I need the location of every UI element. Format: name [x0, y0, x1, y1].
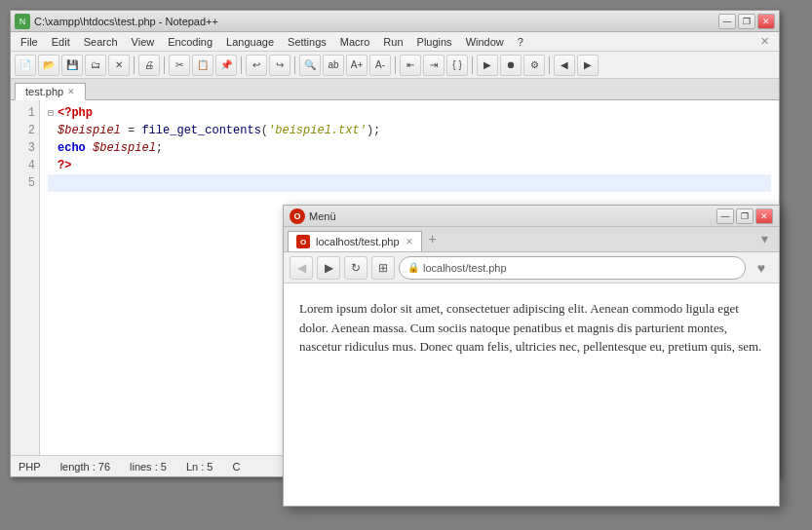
browser-forward-button[interactable]: ▶	[317, 256, 340, 280]
fold-icon-2	[48, 124, 58, 138]
code-line-5-content	[58, 174, 64, 192]
browser-bookmark-button[interactable]: ♥	[750, 256, 773, 280]
toolbar-syntax[interactable]: { }	[446, 55, 468, 76]
npp-title-buttons: — ❐ ✕	[718, 14, 775, 29]
op-paren-open: (	[261, 122, 268, 139]
toolbar-replace[interactable]: ab	[323, 55, 344, 76]
toolbar-print[interactable]: 🖨	[138, 55, 160, 76]
op-space	[86, 139, 93, 157]
npp-close-button[interactable]: ✕	[757, 14, 775, 29]
browser-window: O Menü — ❐ ✕ O localhost/test.php ✕ + ▾ …	[283, 205, 780, 507]
code-line-2: $beispiel = file_get_contents ( 'beispie…	[48, 122, 771, 139]
browser-lorem-text: Lorem ipsum dolor sit amet, consectetuer…	[299, 299, 763, 357]
browser-content-area: Lorem ipsum dolor sit amet, consectetuer…	[284, 284, 779, 372]
toolbar-sep3	[241, 57, 242, 74]
var-beispiel: $beispiel	[58, 122, 121, 139]
status-length: length : 76	[60, 461, 110, 473]
status-lines: lines : 5	[130, 461, 167, 473]
menu-run[interactable]: Run	[377, 34, 408, 50]
code-line-1: ⊟ <?php	[48, 104, 771, 122]
toolbar-prev[interactable]: ◀	[554, 55, 575, 76]
npp-tab-bar: test.php ✕	[11, 79, 779, 100]
toolbar-sep6	[472, 57, 473, 74]
toolbar-new[interactable]: 📄	[15, 55, 36, 76]
npp-menu-bar: File Edit Search View Encoding Language …	[11, 32, 779, 52]
toolbar-macro[interactable]: ⏺	[500, 55, 522, 76]
toolbar-redo[interactable]: ↪	[269, 55, 290, 76]
toolbar-plugins[interactable]: ⚙	[523, 55, 545, 76]
browser-minimize-button[interactable]: —	[716, 208, 734, 224]
browser-new-tab-button[interactable]: +	[422, 228, 444, 249]
toolbar-run[interactable]: ▶	[477, 55, 498, 76]
menu-help[interactable]: ?	[512, 34, 529, 50]
browser-restore-button[interactable]: ❐	[736, 208, 754, 224]
toolbar-wrap[interactable]: ⇤	[400, 55, 421, 76]
browser-address-text: localhost/test.php	[423, 262, 737, 274]
op-paren-close: );	[367, 122, 380, 139]
npp-toolbar: 📄 📂 💾 🗂 ✕ 🖨 ✂ 📋 📌 ↩ ↪ 🔍 ab A+ A- ⇤ ⇥ { }…	[11, 52, 779, 79]
toolbar-next[interactable]: ▶	[577, 55, 599, 76]
npp-tab-close-icon[interactable]: ✕	[67, 87, 75, 96]
toolbar-undo[interactable]: ↩	[246, 55, 267, 76]
npp-app-icon: N	[15, 14, 30, 29]
menu-plugins[interactable]: Plugins	[411, 34, 458, 50]
npp-tab-testphp[interactable]: test.php ✕	[15, 83, 86, 100]
npp-title-text: C:\xampp\htdocs\test.php - Notepad++	[34, 16, 218, 27]
npp-minimize-button[interactable]: —	[718, 14, 736, 29]
php-open-tag: <?php	[58, 104, 93, 122]
toolbar-copy[interactable]: 📋	[192, 55, 213, 76]
toolbar-close[interactable]: ✕	[108, 55, 130, 76]
browser-tab-menu-button[interactable]: ▾	[754, 228, 775, 249]
line-num-1: 1	[15, 104, 35, 122]
browser-reload-button[interactable]: ↻	[344, 256, 367, 280]
fold-icon-5	[48, 176, 58, 191]
browser-tab-close-icon[interactable]: ✕	[406, 237, 413, 246]
menu-view[interactable]: View	[126, 34, 161, 50]
toolbar-zoom-in[interactable]: A+	[346, 55, 367, 76]
str-filename: 'beispiel.txt'	[268, 122, 367, 139]
line-numbers-gutter: 1 2 3 4 5	[11, 100, 40, 455]
toolbar-save[interactable]: 💾	[61, 55, 83, 76]
menu-edit[interactable]: Edit	[46, 34, 76, 50]
menu-search[interactable]: Search	[78, 34, 124, 50]
fold-icon-1[interactable]: ⊟	[48, 106, 58, 121]
toolbar-indent[interactable]: ⇥	[423, 55, 445, 76]
fold-icon-3	[48, 141, 58, 156]
menu-macro[interactable]: Macro	[334, 34, 376, 50]
npp-restore-button[interactable]: ❐	[738, 14, 755, 29]
browser-tab-testphp[interactable]: O localhost/test.php ✕	[288, 231, 422, 251]
kw-echo: echo	[58, 139, 86, 157]
browser-tab-bar: O localhost/test.php ✕ + ▾	[284, 227, 779, 252]
browser-close-button[interactable]: ✕	[755, 208, 773, 224]
opera-app-icon: O	[290, 208, 305, 224]
line-num-5: 5	[15, 174, 35, 192]
toolbar-zoom-out[interactable]: A-	[369, 55, 391, 76]
browser-back-button[interactable]: ◀	[290, 256, 313, 280]
var-beispiel-echo: $beispiel	[93, 139, 156, 157]
menu-window[interactable]: Window	[460, 34, 510, 50]
php-close-tag: ?>	[58, 157, 71, 174]
address-lock-icon: 🔒	[407, 262, 419, 273]
op-assign: =	[121, 122, 142, 139]
browser-title-buttons: — ❐ ✕	[716, 208, 773, 224]
menu-language[interactable]: Language	[220, 34, 280, 50]
toolbar-sep5	[395, 57, 396, 74]
toolbar-save-all[interactable]: 🗂	[85, 55, 106, 76]
menu-file[interactable]: File	[15, 34, 44, 50]
toolbar-sep2	[164, 57, 165, 74]
browser-tab-label: localhost/test.php	[316, 236, 400, 247]
code-line-5	[48, 174, 771, 192]
toolbar-cut[interactable]: ✂	[169, 55, 190, 76]
toolbar-paste[interactable]: 📌	[215, 55, 237, 76]
browser-home-button[interactable]: ⊞	[371, 256, 395, 280]
browser-title-bar: O Menü — ❐ ✕	[284, 206, 779, 227]
menu-encoding[interactable]: Encoding	[162, 34, 218, 50]
toolbar-open[interactable]: 📂	[38, 55, 59, 76]
browser-address-bar[interactable]: 🔒 localhost/test.php	[399, 256, 746, 280]
toolbar-sep7	[549, 57, 550, 74]
menu-close-x[interactable]: ✕	[754, 33, 775, 50]
toolbar-sep1	[134, 57, 135, 74]
fold-icon-4	[48, 159, 58, 173]
toolbar-find[interactable]: 🔍	[299, 55, 321, 76]
menu-settings[interactable]: Settings	[282, 34, 332, 50]
